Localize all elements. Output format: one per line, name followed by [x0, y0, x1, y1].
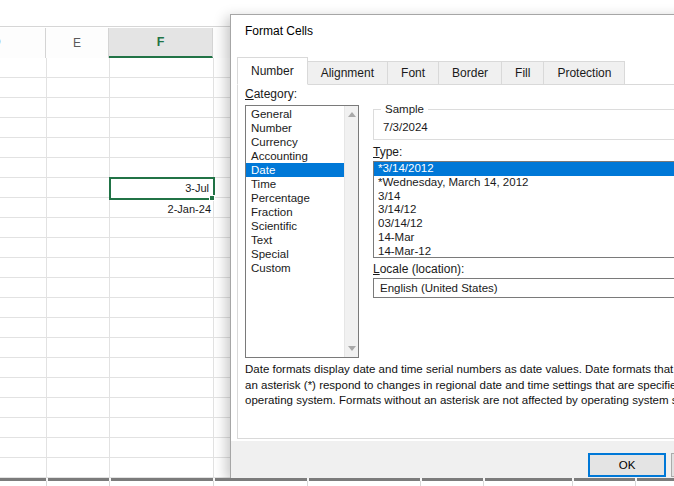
- grid-vline: [109, 481, 110, 486]
- tab-font[interactable]: Font: [388, 61, 439, 85]
- category-items: GeneralNumberCurrencyAccountingDateTimeP…: [246, 107, 344, 357]
- grid-vline: [307, 481, 308, 486]
- category-general[interactable]: General: [246, 107, 344, 121]
- locale-selected-value: English (United States): [380, 282, 498, 294]
- category-special[interactable]: Special: [246, 247, 344, 261]
- grid-vline: [46, 58, 47, 478]
- tab-bar: NumberAlignmentFontBorderFillProtection: [237, 57, 625, 85]
- description-line: an asterisk (*) respond to changes in re…: [245, 378, 674, 394]
- category-accounting[interactable]: Accounting: [246, 149, 344, 163]
- tab-alignment[interactable]: Alignment: [308, 61, 388, 85]
- grid-vline: [572, 481, 573, 486]
- category-percentage[interactable]: Percentage: [246, 191, 344, 205]
- category-date[interactable]: Date: [246, 163, 344, 177]
- type-03-14-12[interactable]: 03/14/12: [374, 217, 674, 231]
- format-description: Date formats display date and time seria…: [245, 362, 674, 409]
- column-header-d-label: D: [0, 35, 1, 49]
- grid-vline: [483, 481, 484, 486]
- category-scientific[interactable]: Scientific: [246, 219, 344, 233]
- type-listbox: *3/14/2012*Wednesday, March 14, 20123/14…: [373, 161, 674, 258]
- column-header-e-label: E: [73, 36, 81, 50]
- grid-vline: [109, 58, 110, 478]
- sheet-bottom-row: [0, 481, 674, 486]
- column-header-e[interactable]: E: [46, 28, 109, 58]
- type-wednesday-march-14-2012[interactable]: *Wednesday, March 14, 2012: [374, 176, 674, 190]
- column-header-f-label: F: [157, 35, 165, 49]
- category-label: Category:: [245, 87, 297, 101]
- column-header-d[interactable]: D: [0, 28, 46, 58]
- type-3-14[interactable]: 3/14: [374, 190, 674, 204]
- description-line: Date formats display date and time seria…: [245, 362, 674, 378]
- category-custom[interactable]: Custom: [246, 261, 344, 275]
- scroll-down-icon[interactable]: [348, 346, 356, 351]
- grid-vline: [420, 481, 421, 486]
- column-header-f-selected[interactable]: F: [109, 28, 213, 58]
- type-14-mar-12[interactable]: 14-Mar-12: [374, 245, 674, 258]
- sample-group-label: Sample: [381, 103, 428, 115]
- type-3-14-12[interactable]: 3/14/12: [374, 203, 674, 217]
- tab-number[interactable]: Number: [237, 57, 308, 85]
- grid-vline: [213, 481, 214, 486]
- active-cell[interactable]: 3-Jul: [109, 177, 215, 200]
- category-time[interactable]: Time: [246, 177, 344, 191]
- tab-fill[interactable]: Fill: [502, 61, 544, 85]
- category-scrollbar[interactable]: [344, 106, 358, 357]
- sample-group: Sample 7/3/2024: [373, 109, 674, 140]
- format-cells-dialog: Format Cells NumberAlignmentFontBorderFi…: [230, 14, 674, 478]
- dialog-title: Format Cells: [245, 24, 313, 38]
- cell-below-active[interactable]: 2-Jan-24: [109, 200, 213, 219]
- type-label: Type:: [373, 145, 402, 159]
- sample-value: 7/3/2024: [383, 121, 428, 133]
- grid-vline: [46, 481, 47, 486]
- grid-vline: [635, 481, 636, 486]
- locale-label: Locale (location):: [373, 262, 464, 276]
- description-line: operating system. Formats without an ast…: [245, 393, 674, 409]
- ok-button[interactable]: OK: [588, 453, 666, 477]
- category-number[interactable]: Number: [246, 121, 344, 135]
- category-currency[interactable]: Currency: [246, 135, 344, 149]
- tab-border[interactable]: Border: [439, 61, 502, 85]
- scroll-up-icon[interactable]: [348, 112, 356, 117]
- grid-vline: [213, 58, 214, 478]
- category-text[interactable]: Text: [246, 233, 344, 247]
- category-fraction[interactable]: Fraction: [246, 205, 344, 219]
- tab-protection[interactable]: Protection: [544, 61, 625, 85]
- locale-select[interactable]: English (United States): [373, 278, 674, 298]
- category-listbox: GeneralNumberCurrencyAccountingDateTimeP…: [245, 105, 359, 358]
- type-14-mar[interactable]: 14-Mar: [374, 231, 674, 245]
- type-3-14-2012[interactable]: *3/14/2012: [374, 162, 674, 176]
